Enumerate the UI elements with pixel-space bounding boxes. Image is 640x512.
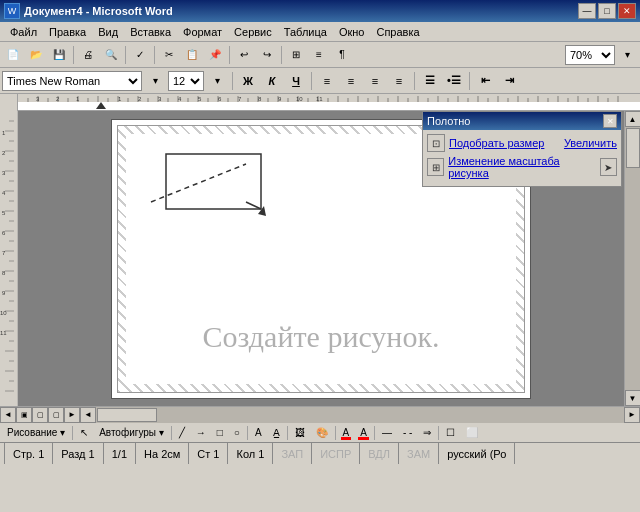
panel-content: ⊡ Подобрать размер Увеличить ⊞ Изменение… (423, 130, 621, 186)
align-center-button[interactable]: ≡ (340, 71, 362, 91)
svg-text:10: 10 (0, 310, 7, 316)
standard-toolbar: 📄 📂 💾 🖨 🔍 ✓ ✂ 📋 📌 ↩ ↪ ⊞ ≡ ¶ 70% 100% 75%… (0, 42, 640, 68)
arrow-button[interactable]: → (191, 424, 211, 442)
panel-fit-icon[interactable]: ⊡ (427, 134, 445, 152)
scroll-track[interactable] (625, 127, 641, 390)
numbering-button[interactable]: ☰ (419, 71, 441, 91)
columns-button[interactable]: ≡ (308, 44, 330, 66)
main-area: 1 2 3 4 5 6 7 8 9 10 11 (0, 111, 640, 406)
menu-insert[interactable]: Вставка (124, 24, 177, 40)
bullets-button[interactable]: •☰ (443, 71, 465, 91)
sep5 (281, 46, 282, 64)
horizontal-scrollbar[interactable]: ◄ ▣ ▢ ▢ ► ◄ ► (0, 406, 640, 422)
arrowstyle-button[interactable]: ⇒ (418, 424, 436, 442)
menu-help[interactable]: Справка (370, 24, 425, 40)
panel-zoom-label[interactable]: Увеличить (564, 137, 617, 149)
menu-table[interactable]: Таблица (278, 24, 333, 40)
size-select[interactable]: 12 (168, 71, 204, 91)
zoom-select[interactable]: 70% 100% 75% 50% (565, 45, 615, 65)
scroll-right-button[interactable]: ► (624, 407, 640, 423)
bold-button[interactable]: Ж (237, 71, 259, 91)
page2-button[interactable]: ▢ (32, 407, 48, 423)
open-button[interactable]: 📂 (25, 44, 47, 66)
menu-service[interactable]: Сервис (228, 24, 278, 40)
copy-button[interactable]: 📋 (181, 44, 203, 66)
menu-edit[interactable]: Правка (43, 24, 92, 40)
close-button[interactable]: ✕ (618, 3, 636, 19)
linecolor-button[interactable]: A (338, 424, 355, 442)
shadow-button[interactable]: ☐ (441, 424, 460, 442)
vertical-scrollbar[interactable]: ▲ ▼ (624, 111, 640, 406)
spell-button[interactable]: ✓ (129, 44, 151, 66)
title-bar-left: W Документ4 - Microsoft Word (4, 3, 173, 19)
scroll-thumb[interactable] (626, 128, 640, 168)
preview-button[interactable]: 🔍 (100, 44, 122, 66)
maximize-button[interactable]: □ (598, 3, 616, 19)
dashstyle-button[interactable]: - - (398, 424, 417, 442)
menu-view[interactable]: Вид (92, 24, 124, 40)
panel-scale-label[interactable]: Изменение масштаба рисунка (448, 155, 596, 179)
clip-icon: 🖼 (295, 427, 305, 438)
arrowstyle-icon: ⇒ (423, 427, 431, 438)
table-button[interactable]: ⊞ (285, 44, 307, 66)
oval-button[interactable]: ○ (229, 424, 245, 442)
fill-button[interactable]: 🎨 (311, 424, 333, 442)
show-button[interactable]: ¶ (331, 44, 353, 66)
prev-page-button[interactable]: ◄ (0, 407, 16, 423)
italic-button[interactable]: К (261, 71, 283, 91)
clip-button[interactable]: 🖼 (290, 424, 310, 442)
menu-format[interactable]: Формат (177, 24, 228, 40)
undo-button[interactable]: ↩ (233, 44, 255, 66)
minimize-button[interactable]: — (578, 3, 596, 19)
scroll-up-button[interactable]: ▲ (625, 111, 641, 127)
page1-button[interactable]: ▣ (16, 407, 32, 423)
format-toolbar: Times New Roman ▾ 12 ▾ Ж К Ч ≡ ≡ ≡ ≡ ☰ •… (0, 68, 640, 94)
dt-sep7 (438, 426, 439, 440)
redo-button[interactable]: ↪ (256, 44, 278, 66)
zoom-dropdown-icon[interactable]: ▾ (616, 44, 638, 66)
dashstyle-icon: - - (403, 427, 412, 438)
save-button[interactable]: 💾 (48, 44, 70, 66)
page3-button[interactable]: ▢ (48, 407, 64, 423)
line-button[interactable]: ╱ (174, 424, 190, 442)
paste-button[interactable]: 📌 (204, 44, 226, 66)
dt-sep1 (72, 426, 73, 440)
svg-rect-118 (166, 154, 261, 209)
next-page-button[interactable]: ► (64, 407, 80, 423)
scroll-down-button[interactable]: ▼ (625, 390, 641, 406)
drawing-toolbar: Рисование ▾ ↖ Автофигуры ▾ ╱ → □ ○ A A̲ … (0, 422, 640, 442)
outdent-button[interactable]: ⇤ (474, 71, 496, 91)
panel-fit-label[interactable]: Подобрать размер (449, 137, 544, 149)
align-right-button[interactable]: ≡ (364, 71, 386, 91)
panel-close-button[interactable]: ✕ (603, 114, 617, 128)
new-button[interactable]: 📄 (2, 44, 24, 66)
size-dropdown-icon[interactable]: ▾ (206, 70, 228, 92)
wordart-button[interactable]: A̲ (268, 424, 285, 442)
scroll-h-thumb[interactable] (97, 408, 157, 422)
fontcolor-button[interactable]: A (355, 424, 372, 442)
select-button[interactable]: ↖ (75, 424, 93, 442)
drawing-label[interactable]: Рисование ▾ (2, 424, 70, 442)
print-button[interactable]: 🖨 (77, 44, 99, 66)
underline-button[interactable]: Ч (285, 71, 307, 91)
3d-button[interactable]: ⬜ (461, 424, 483, 442)
indent-button[interactable]: ⇥ (498, 71, 520, 91)
svg-text:11: 11 (0, 330, 7, 336)
rect-button[interactable]: □ (212, 424, 228, 442)
dt-sep5 (335, 426, 336, 440)
menu-file[interactable]: Файл (4, 24, 43, 40)
columns-icon: ≡ (316, 49, 322, 60)
panel-arrow-icon[interactable]: ➤ (600, 158, 617, 176)
textbox-button[interactable]: A (250, 424, 267, 442)
justify-button[interactable]: ≡ (388, 71, 410, 91)
menu-window[interactable]: Окно (333, 24, 371, 40)
autoshapes-label[interactable]: Автофигуры ▾ (94, 424, 169, 442)
scroll-h-track[interactable] (96, 407, 624, 423)
scroll-left-button[interactable]: ◄ (80, 407, 96, 423)
align-left-button[interactable]: ≡ (316, 71, 338, 91)
cut-button[interactable]: ✂ (158, 44, 180, 66)
font-select[interactable]: Times New Roman (2, 71, 142, 91)
panel-scale-icon[interactable]: ⊞ (427, 158, 444, 176)
font-dropdown-icon[interactable]: ▾ (144, 70, 166, 92)
linestyle-button[interactable]: — (377, 424, 397, 442)
